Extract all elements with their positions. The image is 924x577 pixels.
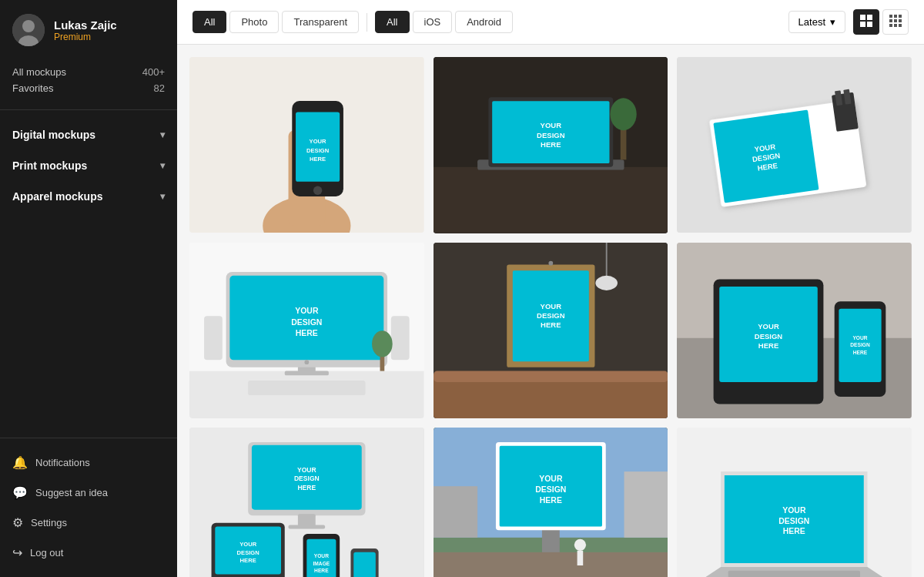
- svg-rect-15: [899, 24, 902, 27]
- svg-text:DESIGN: DESIGN: [306, 147, 329, 154]
- svg-rect-56: [248, 380, 365, 394]
- gear-icon: ⚙: [12, 515, 23, 530]
- mockup-card-2[interactable]: YOUR DESIGN HERE: [434, 57, 668, 233]
- svg-rect-8: [894, 15, 897, 18]
- mockup-card-5[interactable]: YOUR DESIGN HERE: [434, 243, 668, 419]
- svg-rect-112: [434, 552, 668, 577]
- logout-icon: ↪: [12, 545, 22, 560]
- svg-rect-61: [434, 371, 668, 381]
- svg-rect-4: [867, 15, 872, 20]
- svg-text:YOUR: YOUR: [239, 541, 256, 548]
- mockup-card-6[interactable]: YOUR DESIGN HERE YOUR DESIGN HERE: [677, 243, 912, 418]
- print-mockups-label: Print mockups: [12, 159, 87, 172]
- svg-text:DESIGN: DESIGN: [537, 131, 565, 139]
- svg-point-63: [595, 275, 618, 290]
- svg-point-113: [574, 539, 585, 551]
- svg-text:YOUR: YOUR: [758, 322, 780, 330]
- svg-rect-12: [899, 19, 902, 22]
- svg-rect-26: [434, 167, 668, 233]
- favorites-count: 82: [154, 82, 165, 94]
- svg-rect-114: [577, 551, 583, 565]
- svg-rect-55: [391, 316, 410, 360]
- apparel-mockups-label: Apparel mockups: [12, 190, 102, 203]
- svg-rect-62: [605, 243, 607, 280]
- filter-transparent[interactable]: Transparent: [282, 11, 359, 33]
- all-mockups-count: 400+: [142, 66, 165, 78]
- mockup-card-3[interactable]: YOUR DESIGN HERE: [677, 57, 912, 233]
- svg-text:YOUR: YOUR: [295, 307, 319, 315]
- svg-rect-10: [889, 19, 892, 22]
- svg-text:YOUR: YOUR: [297, 466, 316, 474]
- profile-badge: Premium: [54, 32, 117, 42]
- grid-view-button[interactable]: [853, 9, 879, 35]
- sort-chevron-icon: ▾: [830, 16, 835, 28]
- svg-text:HERE: HERE: [783, 527, 805, 535]
- chat-icon: 💬: [12, 485, 28, 500]
- svg-point-24: [313, 186, 322, 195]
- sidebar-item-print-mockups[interactable]: Print mockups ▾: [0, 150, 177, 181]
- chevron-down-icon: ▾: [160, 160, 165, 171]
- svg-text:HERE: HERE: [541, 140, 561, 149]
- svg-text:YOUR: YOUR: [540, 301, 561, 310]
- mockup-card-8[interactable]: YOUR DESIGN HERE: [434, 428, 668, 577]
- svg-point-69: [548, 260, 553, 265]
- svg-rect-13: [889, 24, 892, 27]
- sidebar: Lukas Zajic Premium All mockups 400+ Fav…: [0, 0, 177, 577]
- svg-text:DESIGN: DESIGN: [779, 517, 810, 525]
- svg-point-58: [372, 330, 393, 357]
- svg-text:HERE: HERE: [853, 349, 868, 354]
- sort-dropdown[interactable]: Latest ▾: [788, 11, 845, 33]
- mockup-card-7[interactable]: YOUR DESIGN HERE YOUR DESIGN HERE YOUR I…: [189, 428, 424, 577]
- svg-rect-101: [353, 552, 376, 577]
- mockup-grid: YOUR DESIGN HERE YOUR: [189, 57, 912, 577]
- sidebar-item-settings[interactable]: ⚙ Settings: [0, 508, 177, 538]
- svg-rect-11: [894, 19, 897, 22]
- svg-text:HERE: HERE: [297, 484, 316, 491]
- svg-text:HERE: HERE: [539, 496, 561, 505]
- sidebar-item-notifications[interactable]: 🔔 Notifications: [0, 448, 177, 478]
- filter-all-device[interactable]: All: [375, 11, 409, 33]
- svg-text:HERE: HERE: [296, 328, 318, 337]
- sidebar-divider: [0, 109, 177, 110]
- filter-group: All Photo Transparent All iOS Android: [192, 11, 513, 33]
- bell-icon: 🔔: [12, 455, 28, 470]
- chevron-down-icon: ▾: [160, 129, 165, 140]
- svg-text:HERE: HERE: [314, 568, 329, 573]
- svg-text:IMAGE: IMAGE: [313, 561, 330, 566]
- sidebar-item-digital-mockups[interactable]: Digital mockups ▾: [0, 119, 177, 150]
- svg-text:HERE: HERE: [240, 557, 256, 564]
- sidebar-item-suggest[interactable]: 💬 Suggest an idea: [0, 478, 177, 508]
- svg-rect-5: [860, 22, 865, 27]
- all-mockups-label: All mockups: [12, 66, 66, 78]
- filter-android[interactable]: Android: [455, 11, 513, 33]
- svg-text:HERE: HERE: [541, 320, 561, 329]
- svg-point-53: [304, 360, 309, 364]
- all-mockups-row[interactable]: All mockups 400+: [12, 66, 165, 78]
- svg-text:YOUR: YOUR: [853, 334, 868, 340]
- filter-divider: [367, 13, 367, 32]
- logout-label: Log out: [30, 547, 63, 559]
- sidebar-nav: Digital mockups ▾ Print mockups ▾ Appare…: [0, 113, 177, 438]
- topbar: All Photo Transparent All iOS Android La…: [177, 0, 924, 45]
- sidebar-item-apparel-mockups[interactable]: Apparel mockups ▾: [0, 181, 177, 212]
- sidebar-profile[interactable]: Lukas Zajic Premium: [0, 0, 177, 60]
- filter-photo[interactable]: Photo: [229, 11, 279, 33]
- list-view-button[interactable]: [882, 9, 909, 35]
- svg-rect-9: [899, 15, 902, 18]
- profile-name: Lukas Zajic: [54, 18, 117, 32]
- mockup-card-9[interactable]: YOUR DESIGN HERE: [677, 428, 912, 577]
- svg-text:YOUR: YOUR: [540, 121, 561, 129]
- svg-text:HERE: HERE: [758, 341, 778, 350]
- svg-text:DESIGN: DESIGN: [755, 331, 783, 340]
- favorites-row[interactable]: Favorites 82: [12, 82, 165, 94]
- svg-rect-54: [204, 316, 223, 360]
- svg-rect-7: [889, 15, 892, 18]
- svg-rect-47: [285, 371, 329, 375]
- sidebar-item-logout[interactable]: ↪ Log out: [0, 538, 177, 568]
- filter-ios[interactable]: iOS: [413, 11, 453, 33]
- svg-text:DESIGN: DESIGN: [535, 485, 566, 494]
- filter-all-type[interactable]: All: [192, 11, 226, 33]
- svg-text:DESIGN: DESIGN: [294, 475, 320, 482]
- mockup-card-4[interactable]: YOUR DESIGN HERE: [189, 243, 424, 418]
- mockup-card-1[interactable]: YOUR DESIGN HERE: [189, 57, 424, 233]
